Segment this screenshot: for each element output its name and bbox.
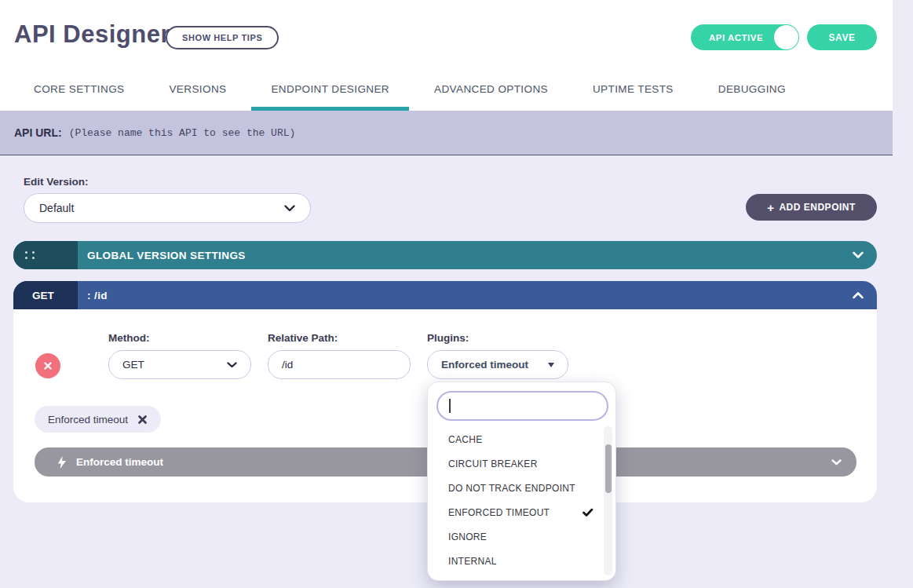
show-help-tips-label: SHOW HELP TIPS [182,33,262,42]
api-active-toggle[interactable]: API ACTIVE [691,24,799,50]
plugin-option-enforced-timeout[interactable]: ENFORCED TIMEOUT [428,500,615,524]
plugin-option-internal[interactable]: INTERNAL [428,549,615,573]
remove-endpoint-button[interactable] [35,353,60,378]
close-icon [43,361,53,371]
chevron-down-icon[interactable] [831,459,842,466]
plugins-value: Enforced timeout [441,359,528,371]
tab-core-settings[interactable]: CORE SETTINGS [34,83,124,96]
selected-plugin-tag: Enforced timeout [35,406,161,433]
header: API Designer SHOW HELP TIPS API ACTIVE S… [0,0,893,111]
caret-down-icon [548,363,554,367]
endpoint-accordion-header[interactable]: GET : /id [13,281,877,309]
plugin-option-label: DO NOT TRACK ENDPOINT [448,483,575,494]
plugin-option-do-not-track-endpoint[interactable]: DO NOT TRACK ENDPOINT [428,476,615,500]
edit-version-select[interactable]: Default [24,193,311,223]
plugin-option-circuit-breaker[interactable]: CIRCUIT BREAKER [428,451,615,476]
tab-advanced-options[interactable]: ADVANCED OPTIONS [434,83,548,96]
api-url-value: (Please name this API to see the URL) [69,127,296,139]
scrollbar-track[interactable] [604,426,612,575]
plugin-option-label: IGNORE [448,531,487,542]
relative-path-label: Relative Path: [268,332,338,344]
lightning-icon [57,456,67,469]
tab-endpoint-designer[interactable]: ENDPOINT DESIGNER [271,83,389,96]
chevron-down-icon[interactable] [853,252,864,259]
endpoint-path-title: : /id [87,290,108,301]
remove-plugin-icon[interactable] [137,415,148,425]
add-endpoint-label: ADD ENDPOINT [779,202,855,213]
plugin-search-input[interactable] [436,391,608,421]
api-url-bar: API URL: (Please name this API to see th… [0,111,893,155]
save-label: SAVE [828,32,855,43]
tab-versions[interactable]: VERSIONS [169,83,226,96]
endpoint-method-badge: GET [13,281,78,309]
method-value: GET [122,359,144,371]
global-version-settings-bar[interactable]: GLOBAL VERSION SETTINGS [13,241,877,269]
tab-debugging[interactable]: DEBUGGING [718,83,786,96]
tab-uptime-tests[interactable]: UPTIME TESTS [593,83,674,96]
drag-handle-dots-icon [25,251,35,259]
method-label: Method: [108,332,149,344]
plugin-option-label: CACHE [448,434,483,445]
text-cursor [449,399,451,413]
tab-bar: CORE SETTINGS VERSIONS ENDPOINT DESIGNER… [34,83,786,96]
relative-path-input[interactable]: /id [268,350,411,379]
selected-plugin-tag-label: Enforced timeout [48,414,128,425]
relative-path-value: /id [282,359,293,371]
drag-handle[interactable] [13,241,78,269]
plugin-option-label: INTERNAL [448,556,497,567]
edit-version-label: Edit Version: [24,176,89,188]
chevron-up-icon[interactable] [853,292,864,299]
plugin-option-cache[interactable]: CACHE [428,427,615,451]
api-designer-page: API Designer SHOW HELP TIPS API ACTIVE S… [0,0,913,588]
chevron-down-icon [284,205,295,212]
plugin-section-title: Enforced timeout [76,456,163,468]
scrollbar-thumb[interactable] [605,444,612,493]
chevron-down-icon [227,362,237,368]
global-version-settings-title: GLOBAL VERSION SETTINGS [87,250,246,261]
method-select[interactable]: GET [108,350,251,379]
plugin-option-ignore[interactable]: IGNORE [428,524,615,549]
api-url-label: API URL: [14,126,62,139]
toggle-knob[interactable] [774,25,798,49]
check-icon [582,508,593,517]
plugin-option-label: ENFORCED TIMEOUT [448,507,550,518]
api-active-label: API ACTIVE [709,33,763,42]
plugins-label: Plugins: [427,332,469,344]
plugins-dropdown-panel: CACHE CIRCUIT BREAKER DO NOT TRACK ENDPO… [427,382,616,581]
page-title: API Designer [14,20,170,49]
plus-icon: + [767,202,774,214]
plugin-options-list: CACHE CIRCUIT BREAKER DO NOT TRACK ENDPO… [428,427,615,573]
edit-version-value: Default [39,202,74,214]
plugin-option-label: CIRCUIT BREAKER [448,458,538,469]
plugins-select[interactable]: Enforced timeout [427,350,568,379]
add-endpoint-button[interactable]: + ADD ENDPOINT [746,194,877,221]
save-button[interactable]: SAVE [807,24,877,50]
show-help-tips-button[interactable]: SHOW HELP TIPS [166,26,279,49]
